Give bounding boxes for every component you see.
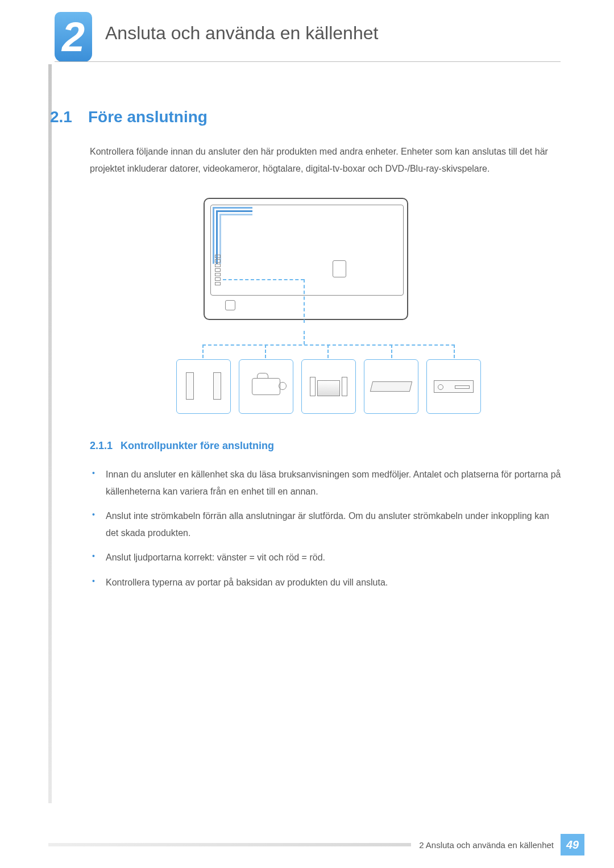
connector-line [327, 344, 329, 358]
chapter-badge: 2 [55, 12, 92, 62]
port-mid-icon [333, 260, 346, 277]
subsection-number: 2.1.1 [90, 440, 113, 451]
connector-line [265, 344, 266, 358]
chapter-title: Ansluta och använda en källenhet [105, 23, 378, 44]
list-item: Kontrollera typerna av portar på baksida… [90, 574, 562, 591]
subsection-title: Kontrollpunkter före anslutning [121, 440, 274, 451]
section-number: 2.1 [50, 108, 72, 126]
list-item: Anslut ljudportarna korrekt: vänster = v… [90, 549, 562, 566]
tv-back-panel-icon [204, 198, 408, 320]
device-camcorder-icon [239, 359, 293, 414]
device-settop-icon [364, 359, 418, 414]
connector-line [223, 279, 304, 280]
footer: 2 Ansluta och använda en källenhet 49 [48, 834, 584, 855]
intro-paragraph: Kontrollera följande innan du ansluter d… [90, 143, 562, 178]
port-column-icon [215, 255, 223, 292]
list-item: Innan du ansluter en källenhet ska du lä… [90, 466, 562, 500]
page: 2 Ansluta och använda en källenhet 2.1Fö… [0, 0, 614, 868]
subsection-heading: 2.1.1Kontrollpunkter före anslutning [90, 440, 274, 452]
port-small-icon [225, 300, 235, 310]
chapter-number: 2 [62, 14, 85, 60]
checklist: Innan du ansluter en källenhet ska du lä… [90, 466, 562, 599]
section-title: Före anslutning [88, 108, 208, 126]
side-accent-bar [48, 64, 52, 803]
connector-line [202, 344, 455, 346]
device-row [175, 359, 482, 414]
section-heading: 2.1Före anslutning [50, 108, 208, 126]
connector-line [391, 344, 392, 358]
footer-text: 2 Ansluta och använda en källenhet [419, 840, 554, 850]
connector-line [454, 344, 455, 358]
device-player-icon [426, 359, 481, 414]
footer-rule [48, 843, 411, 846]
connector-line [202, 344, 204, 358]
device-stereo-icon [301, 359, 356, 414]
page-number-badge: 49 [561, 834, 584, 855]
title-rule [55, 61, 561, 62]
connector-line [304, 279, 305, 323]
page-number: 49 [566, 838, 579, 852]
device-speakers-icon [176, 359, 231, 414]
connector-line [304, 331, 305, 344]
connection-diagram [175, 198, 482, 425]
list-item: Anslut inte strömkabeln förrän alla ansl… [90, 508, 562, 541]
